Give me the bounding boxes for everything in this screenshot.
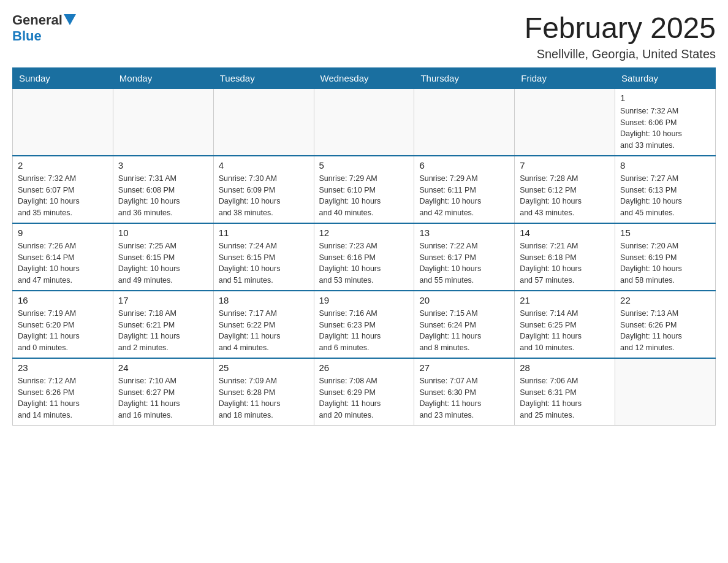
column-header-sunday: Sunday [13, 67, 113, 88]
column-header-saturday: Saturday [615, 67, 716, 88]
calendar-cell: 10Sunrise: 7:25 AM Sunset: 6:15 PM Dayli… [113, 223, 213, 291]
calendar-cell: 13Sunrise: 7:22 AM Sunset: 6:17 PM Dayli… [414, 223, 515, 291]
day-number: 17 [118, 295, 208, 305]
calendar-cell [515, 88, 615, 156]
logo-triangle-icon [64, 14, 76, 26]
day-number: 18 [219, 295, 309, 305]
day-number: 8 [620, 160, 710, 170]
day-number: 4 [219, 160, 309, 170]
day-info: Sunrise: 7:16 AM Sunset: 6:23 PM Dayligh… [319, 308, 409, 354]
week-row-4: 16Sunrise: 7:19 AM Sunset: 6:20 PM Dayli… [13, 291, 716, 358]
day-number: 13 [419, 228, 509, 238]
calendar-cell: 20Sunrise: 7:15 AM Sunset: 6:24 PM Dayli… [414, 291, 515, 358]
calendar-cell [13, 88, 113, 156]
day-info: Sunrise: 7:28 AM Sunset: 6:12 PM Dayligh… [520, 173, 610, 219]
calendar-cell [414, 88, 515, 156]
calendar-cell: 7Sunrise: 7:28 AM Sunset: 6:12 PM Daylig… [515, 156, 615, 223]
calendar-cell: 26Sunrise: 7:08 AM Sunset: 6:29 PM Dayli… [314, 358, 414, 426]
day-info: Sunrise: 7:09 AM Sunset: 6:28 PM Dayligh… [219, 375, 309, 421]
day-number: 12 [319, 228, 409, 238]
calendar-cell: 8Sunrise: 7:27 AM Sunset: 6:13 PM Daylig… [615, 156, 716, 223]
logo-general-text: General [12, 12, 63, 28]
logo-blue-text: Blue [12, 28, 42, 44]
day-number: 24 [118, 362, 208, 373]
day-number: 22 [620, 295, 710, 305]
calendar-table: SundayMondayTuesdayWednesdayThursdayFrid… [12, 67, 716, 426]
day-info: Sunrise: 7:27 AM Sunset: 6:13 PM Dayligh… [620, 173, 710, 219]
calendar-cell [213, 88, 314, 156]
calendar-cell: 24Sunrise: 7:10 AM Sunset: 6:27 PM Dayli… [113, 358, 213, 426]
location-subtitle: Snellville, Georgia, United States [525, 47, 716, 61]
day-info: Sunrise: 7:08 AM Sunset: 6:29 PM Dayligh… [319, 375, 409, 421]
calendar-cell: 1Sunrise: 7:32 AM Sunset: 6:06 PM Daylig… [615, 88, 716, 156]
day-number: 5 [319, 160, 409, 170]
calendar-cell: 17Sunrise: 7:18 AM Sunset: 6:21 PM Dayli… [113, 291, 213, 358]
day-info: Sunrise: 7:29 AM Sunset: 6:11 PM Dayligh… [419, 173, 509, 219]
calendar-cell: 9Sunrise: 7:26 AM Sunset: 6:14 PM Daylig… [13, 223, 113, 291]
calendar-cell: 16Sunrise: 7:19 AM Sunset: 6:20 PM Dayli… [13, 291, 113, 358]
day-info: Sunrise: 7:22 AM Sunset: 6:17 PM Dayligh… [419, 240, 509, 286]
logo: General Blue [12, 12, 76, 44]
calendar-cell: 3Sunrise: 7:31 AM Sunset: 6:08 PM Daylig… [113, 156, 213, 223]
day-number: 3 [118, 160, 208, 170]
day-number: 27 [419, 362, 509, 373]
day-number: 6 [419, 160, 509, 170]
day-info: Sunrise: 7:32 AM Sunset: 6:06 PM Dayligh… [620, 105, 710, 151]
calendar-header-row: SundayMondayTuesdayWednesdayThursdayFrid… [13, 67, 716, 88]
calendar-cell: 23Sunrise: 7:12 AM Sunset: 6:26 PM Dayli… [13, 358, 113, 426]
calendar-cell: 19Sunrise: 7:16 AM Sunset: 6:23 PM Dayli… [314, 291, 414, 358]
calendar-cell: 12Sunrise: 7:23 AM Sunset: 6:16 PM Dayli… [314, 223, 414, 291]
day-info: Sunrise: 7:25 AM Sunset: 6:15 PM Dayligh… [118, 240, 208, 286]
svg-marker-0 [64, 14, 76, 25]
week-row-1: 1Sunrise: 7:32 AM Sunset: 6:06 PM Daylig… [13, 88, 716, 156]
calendar-cell: 22Sunrise: 7:13 AM Sunset: 6:26 PM Dayli… [615, 291, 716, 358]
day-info: Sunrise: 7:31 AM Sunset: 6:08 PM Dayligh… [118, 173, 208, 219]
calendar-cell: 6Sunrise: 7:29 AM Sunset: 6:11 PM Daylig… [414, 156, 515, 223]
calendar-cell: 21Sunrise: 7:14 AM Sunset: 6:25 PM Dayli… [515, 291, 615, 358]
calendar-cell [113, 88, 213, 156]
week-row-5: 23Sunrise: 7:12 AM Sunset: 6:26 PM Dayli… [13, 358, 716, 426]
day-number: 23 [18, 362, 108, 373]
calendar-cell: 27Sunrise: 7:07 AM Sunset: 6:30 PM Dayli… [414, 358, 515, 426]
day-info: Sunrise: 7:15 AM Sunset: 6:24 PM Dayligh… [419, 308, 509, 354]
day-number: 11 [219, 228, 309, 238]
day-info: Sunrise: 7:19 AM Sunset: 6:20 PM Dayligh… [18, 308, 108, 354]
day-number: 19 [319, 295, 409, 305]
day-number: 25 [219, 362, 309, 373]
day-info: Sunrise: 7:12 AM Sunset: 6:26 PM Dayligh… [18, 375, 108, 421]
calendar-cell: 28Sunrise: 7:06 AM Sunset: 6:31 PM Dayli… [515, 358, 615, 426]
day-info: Sunrise: 7:18 AM Sunset: 6:21 PM Dayligh… [118, 308, 208, 354]
day-number: 14 [520, 228, 610, 238]
day-info: Sunrise: 7:30 AM Sunset: 6:09 PM Dayligh… [219, 173, 309, 219]
day-number: 26 [319, 362, 409, 373]
calendar-cell: 18Sunrise: 7:17 AM Sunset: 6:22 PM Dayli… [213, 291, 314, 358]
title-section: February 2025 Snellville, Georgia, Unite… [525, 12, 716, 61]
day-info: Sunrise: 7:29 AM Sunset: 6:10 PM Dayligh… [319, 173, 409, 219]
column-header-tuesday: Tuesday [213, 67, 314, 88]
calendar-cell: 4Sunrise: 7:30 AM Sunset: 6:09 PM Daylig… [213, 156, 314, 223]
column-header-friday: Friday [515, 67, 615, 88]
month-title: February 2025 [525, 12, 716, 45]
calendar-cell [314, 88, 414, 156]
day-info: Sunrise: 7:13 AM Sunset: 6:26 PM Dayligh… [620, 308, 710, 354]
week-row-3: 9Sunrise: 7:26 AM Sunset: 6:14 PM Daylig… [13, 223, 716, 291]
day-number: 16 [18, 295, 108, 305]
day-number: 20 [419, 295, 509, 305]
day-number: 15 [620, 228, 710, 238]
calendar-cell [615, 358, 716, 426]
column-header-wednesday: Wednesday [314, 67, 414, 88]
day-info: Sunrise: 7:06 AM Sunset: 6:31 PM Dayligh… [520, 375, 610, 421]
day-info: Sunrise: 7:24 AM Sunset: 6:15 PM Dayligh… [219, 240, 309, 286]
day-number: 7 [520, 160, 610, 170]
day-info: Sunrise: 7:23 AM Sunset: 6:16 PM Dayligh… [319, 240, 409, 286]
page-header: General Blue February 2025 Snellville, G… [12, 12, 716, 61]
day-info: Sunrise: 7:10 AM Sunset: 6:27 PM Dayligh… [118, 375, 208, 421]
day-info: Sunrise: 7:14 AM Sunset: 6:25 PM Dayligh… [520, 308, 610, 354]
day-info: Sunrise: 7:17 AM Sunset: 6:22 PM Dayligh… [219, 308, 309, 354]
calendar-cell: 2Sunrise: 7:32 AM Sunset: 6:07 PM Daylig… [13, 156, 113, 223]
day-number: 2 [18, 160, 108, 170]
day-info: Sunrise: 7:26 AM Sunset: 6:14 PM Dayligh… [18, 240, 108, 286]
calendar-cell: 25Sunrise: 7:09 AM Sunset: 6:28 PM Dayli… [213, 358, 314, 426]
day-info: Sunrise: 7:32 AM Sunset: 6:07 PM Dayligh… [18, 173, 108, 219]
calendar-cell: 5Sunrise: 7:29 AM Sunset: 6:10 PM Daylig… [314, 156, 414, 223]
